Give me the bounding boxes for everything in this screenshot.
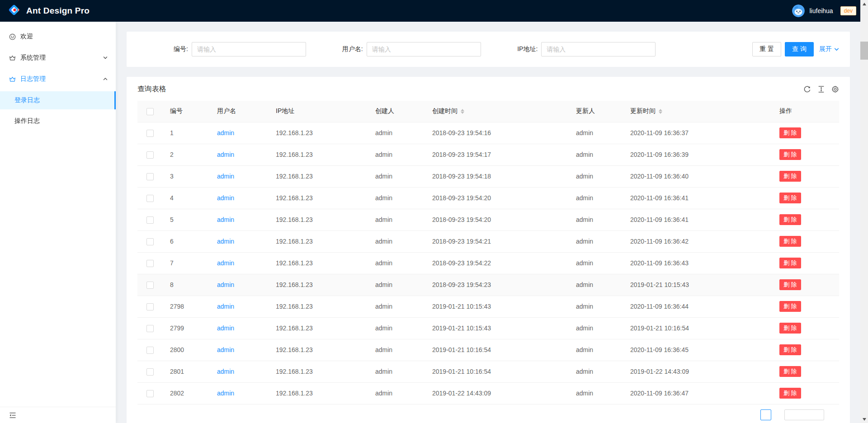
cell-creator: admin	[368, 209, 425, 230]
username-link[interactable]: admin	[217, 390, 234, 397]
row-checkbox[interactable]	[146, 130, 154, 137]
row-checkbox[interactable]	[146, 303, 154, 310]
delete-button[interactable]: 删 除	[779, 344, 801, 355]
row-checkbox[interactable]	[146, 347, 154, 354]
sidebar-item-welcome[interactable]: 欢迎	[0, 28, 116, 46]
cell-updater: admin	[569, 165, 623, 187]
window-scrollbar[interactable]	[860, 0, 868, 423]
id-field-input[interactable]	[192, 42, 306, 56]
page-size-select[interactable]	[784, 409, 824, 420]
delete-button[interactable]: 删 除	[779, 301, 801, 312]
settings-gear-icon[interactable]	[831, 85, 839, 93]
user-avatar[interactable]	[792, 5, 805, 17]
query-button[interactable]: 查 询	[785, 42, 814, 56]
username-link[interactable]: admin	[217, 194, 234, 202]
active-indicator	[114, 91, 116, 109]
row-checkbox[interactable]	[146, 390, 154, 397]
expand-link[interactable]: 展开	[819, 45, 839, 53]
username-link[interactable]: admin	[217, 259, 234, 267]
delete-button[interactable]: 删 除	[779, 236, 801, 247]
menu-fold-icon[interactable]	[9, 412, 16, 419]
sidebar-item-log-mgmt[interactable]: 日志管理	[0, 70, 116, 88]
sidebar-item-login-log[interactable]: 登录日志	[0, 91, 116, 109]
row-checkbox[interactable]	[146, 195, 154, 202]
delete-button[interactable]: 删 除	[779, 193, 801, 203]
delete-button[interactable]: 删 除	[779, 171, 801, 182]
delete-button[interactable]: 删 除	[779, 388, 801, 399]
ip-field-input[interactable]	[541, 42, 656, 56]
cell-creator: admin	[368, 274, 425, 296]
cell-update-time: 2020-11-09 16:36:45	[623, 339, 772, 361]
sort-icon[interactable]	[659, 109, 662, 114]
reload-icon[interactable]	[803, 85, 811, 93]
reset-button[interactable]: 重 置	[752, 42, 781, 56]
row-checkbox[interactable]	[146, 238, 154, 245]
sidebar-item-system-mgmt[interactable]: 系统管理	[0, 49, 116, 67]
cell-updater: admin	[569, 144, 623, 165]
cell-id: 6	[163, 230, 210, 252]
query-table: 编号 用户名 IP地址 创建人 创建时间 更新人 更新时间	[137, 101, 839, 404]
col-header-username: 用户名	[210, 101, 269, 122]
delete-button[interactable]: 删 除	[779, 149, 801, 160]
header-brand[interactable]: Ant Design Pro	[0, 3, 90, 19]
user-name[interactable]: liufeihua	[809, 7, 833, 14]
delete-button[interactable]: 删 除	[779, 366, 801, 377]
row-checkbox[interactable]	[146, 151, 154, 159]
username-link[interactable]: admin	[217, 151, 234, 158]
scroll-up-arrow-icon[interactable]	[860, 0, 868, 8]
row-checkbox[interactable]	[146, 260, 154, 267]
cell-creator: admin	[368, 382, 425, 404]
row-checkbox[interactable]	[146, 282, 154, 289]
select-all-checkbox[interactable]	[146, 108, 154, 115]
cell-updater: admin	[569, 209, 623, 230]
scrollbar-thumb[interactable]	[860, 42, 868, 60]
cell-creator: admin	[368, 230, 425, 252]
delete-button[interactable]: 删 除	[779, 258, 801, 268]
column-height-icon[interactable]	[817, 85, 825, 93]
username-link[interactable]: admin	[217, 173, 234, 180]
username-link[interactable]: admin	[217, 129, 234, 136]
cell-create-time: 2019-01-22 14:43:09	[425, 382, 569, 404]
delete-button[interactable]: 删 除	[779, 214, 801, 225]
cell-ip: 192.168.1.23	[269, 230, 368, 252]
username-link[interactable]: admin	[217, 281, 234, 288]
sidebar-item-op-log[interactable]: 操作日志	[0, 112, 116, 130]
delete-button[interactable]: 删 除	[779, 279, 801, 290]
username-link[interactable]: admin	[217, 238, 234, 245]
row-checkbox[interactable]	[146, 216, 154, 224]
table-row: 2802 admin 192.168.1.23 admin 2019-01-22…	[137, 382, 839, 404]
cell-id: 2798	[163, 296, 210, 317]
env-tag: dev	[840, 6, 856, 15]
cell-create-time: 2018-09-23 19:54:20	[425, 209, 569, 230]
row-checkbox[interactable]	[146, 173, 154, 180]
row-checkbox[interactable]	[146, 325, 154, 332]
username-link[interactable]: admin	[217, 303, 234, 310]
cell-create-time: 2019-01-21 10:16:54	[425, 339, 569, 361]
cell-update-time: 2020-11-09 16:36:44	[623, 296, 772, 317]
username-link[interactable]: admin	[217, 368, 234, 375]
username-field-input[interactable]	[367, 42, 481, 56]
username-link[interactable]: admin	[217, 324, 234, 332]
row-checkbox[interactable]	[146, 368, 154, 376]
cell-id: 2801	[163, 361, 210, 382]
username-link[interactable]: admin	[217, 216, 234, 223]
cell-update-time: 2020-11-09 16:36:43	[623, 252, 772, 274]
sidebar-footer	[0, 407, 116, 423]
cell-update-time: 2019-01-21 10:16:54	[623, 317, 772, 339]
table-row: 7 admin 192.168.1.23 admin 2018-09-23 19…	[137, 252, 839, 274]
cell-update-time: 2019-01-21 10:15:43	[623, 274, 772, 296]
table-title: 查询表格	[137, 85, 166, 94]
col-header-ip: IP地址	[269, 101, 368, 122]
table-header-row: 编号 用户名 IP地址 创建人 创建时间 更新人 更新时间	[137, 101, 839, 122]
chevron-up-icon	[103, 77, 108, 81]
page-1-button[interactable]	[760, 409, 771, 420]
scroll-down-arrow-icon[interactable]	[860, 415, 868, 423]
delete-button[interactable]: 删 除	[779, 323, 801, 334]
sort-icon[interactable]	[461, 109, 464, 114]
username-link[interactable]: admin	[217, 346, 234, 353]
col-header-update-time-label: 更新时间	[630, 107, 656, 115]
delete-button[interactable]: 删 除	[779, 127, 801, 138]
smile-icon	[9, 33, 16, 40]
ip-field-label: IP地址:	[487, 45, 541, 53]
table-row: 6 admin 192.168.1.23 admin 2018-09-23 19…	[137, 230, 839, 252]
